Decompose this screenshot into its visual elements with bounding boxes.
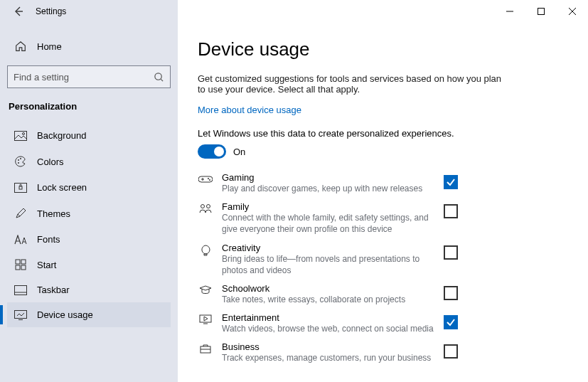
svg-point-17 (209, 179, 210, 181)
option-creativity: Creativity Bring ideas to life—from nove… (198, 239, 458, 280)
content-area: Device usage Get customized suggestions … (178, 23, 588, 382)
sidebar-item-taskbar[interactable]: Taskbar (7, 277, 171, 302)
option-title: Creativity (222, 243, 435, 253)
search-input[interactable] (14, 72, 154, 83)
option-checkbox-creativity[interactable] (444, 245, 458, 260)
option-schoolwork: Schoolwork Take notes, write essays, col… (198, 280, 458, 309)
option-title: Entertainment (222, 312, 435, 323)
option-checkbox-family[interactable] (444, 204, 458, 218)
toggle-knob (214, 147, 224, 156)
svg-point-16 (208, 178, 209, 179)
svg-point-19 (207, 205, 210, 208)
svg-rect-14 (15, 292, 27, 295)
entertainment-icon (198, 314, 213, 325)
option-subtitle: Track expenses, manage customers, run yo… (222, 352, 435, 364)
more-about-link[interactable]: More about device usage (198, 105, 301, 115)
svg-rect-8 (19, 186, 22, 189)
toggle-state-label: On (233, 147, 245, 157)
start-icon (14, 259, 27, 270)
close-button[interactable] (557, 0, 588, 23)
home-icon (14, 40, 27, 53)
search-icon (154, 72, 164, 83)
palette-icon (14, 155, 27, 168)
close-icon (569, 8, 576, 15)
sidebar-item-start[interactable]: Start (7, 252, 171, 277)
creativity-icon (198, 244, 213, 257)
option-checkbox-entertainment[interactable] (444, 315, 458, 329)
sidebar-item-label: Start (37, 260, 56, 270)
option-title: Gaming (222, 172, 435, 183)
home-label: Home (37, 41, 62, 52)
svg-point-3 (23, 132, 25, 134)
option-checkbox-gaming[interactable] (444, 175, 458, 189)
personalized-toggle[interactable] (198, 144, 226, 159)
option-subtitle: Bring ideas to life—from novels and pres… (222, 253, 435, 276)
maximize-button[interactable] (525, 0, 557, 23)
option-checkbox-business[interactable] (444, 344, 458, 359)
svg-rect-9 (16, 260, 20, 264)
svg-point-6 (18, 162, 19, 164)
schoolwork-icon (198, 285, 213, 296)
option-subtitle: Connect with the whole family, edit safe… (222, 212, 435, 235)
option-entertainment: Entertainment Watch videos, browse the w… (198, 309, 458, 338)
svg-rect-20 (200, 315, 211, 322)
home-nav[interactable]: Home (7, 33, 171, 60)
maximize-icon (538, 8, 545, 15)
option-subtitle: Take notes, write essays, collaborate on… (222, 294, 435, 305)
svg-rect-12 (21, 265, 26, 270)
taskbar-icon (14, 285, 27, 295)
business-icon (198, 343, 213, 354)
search-box[interactable] (7, 65, 171, 88)
svg-point-4 (18, 159, 19, 161)
sidebar: Home Personalization Background Colors L… (0, 23, 178, 382)
option-title: Family (222, 201, 435, 212)
svg-rect-15 (15, 310, 27, 318)
sidebar-item-colors[interactable]: Colors (7, 148, 171, 175)
minimize-button[interactable] (494, 0, 525, 23)
brush-icon (14, 207, 27, 220)
svg-rect-10 (21, 260, 26, 264)
minimize-icon (506, 8, 513, 15)
svg-point-1 (155, 73, 161, 79)
sidebar-item-fonts[interactable]: Fonts (7, 227, 171, 252)
sidebar-item-label: Lock screen (37, 182, 87, 193)
option-family: Family Connect with the whole family, ed… (198, 198, 458, 238)
svg-rect-0 (538, 9, 545, 15)
svg-rect-13 (15, 285, 27, 295)
sidebar-item-label: Colors (37, 156, 64, 167)
usage-options: Gaming Play and discover games, keep up … (198, 169, 458, 368)
arrow-left-icon (13, 6, 24, 17)
sidebar-item-label: Taskbar (37, 285, 70, 295)
gaming-icon (198, 174, 213, 185)
option-checkbox-schoolwork[interactable] (444, 286, 458, 300)
back-button[interactable] (10, 3, 27, 20)
svg-rect-11 (16, 265, 20, 270)
category-heading: Personalization (7, 98, 171, 123)
sidebar-item-label: Fonts (37, 234, 60, 245)
titlebar: Settings (0, 0, 588, 23)
option-subtitle: Play and discover games, keep up with ne… (222, 183, 435, 194)
page-title: Device usage (198, 38, 568, 60)
sidebar-item-themes[interactable]: Themes (7, 200, 171, 227)
option-title: Schoolwork (222, 283, 435, 294)
family-icon (198, 203, 213, 214)
window-title: Settings (36, 6, 66, 16)
sidebar-item-label: Device usage (37, 309, 93, 320)
sidebar-item-label: Background (37, 130, 86, 141)
lock-screen-icon (14, 183, 27, 193)
device-usage-icon (14, 310, 27, 320)
sidebar-item-background[interactable]: Background (7, 123, 171, 148)
sidebar-item-lock-screen[interactable]: Lock screen (7, 175, 171, 200)
font-icon (14, 235, 27, 245)
option-subtitle: Watch videos, browse the web, connect on… (222, 323, 435, 334)
toggle-label: Let Windows use this data to create pers… (198, 128, 568, 139)
option-gaming: Gaming Play and discover games, keep up … (198, 169, 458, 198)
svg-point-5 (20, 158, 21, 159)
sidebar-item-device-usage[interactable]: Device usage (7, 302, 171, 327)
sidebar-item-label: Themes (37, 208, 70, 219)
picture-icon (14, 131, 27, 141)
option-business: Business Track expenses, manage customer… (198, 338, 458, 367)
page-description: Get customized suggestions for tools and… (198, 73, 511, 95)
svg-point-18 (201, 205, 205, 208)
option-title: Business (222, 341, 435, 352)
